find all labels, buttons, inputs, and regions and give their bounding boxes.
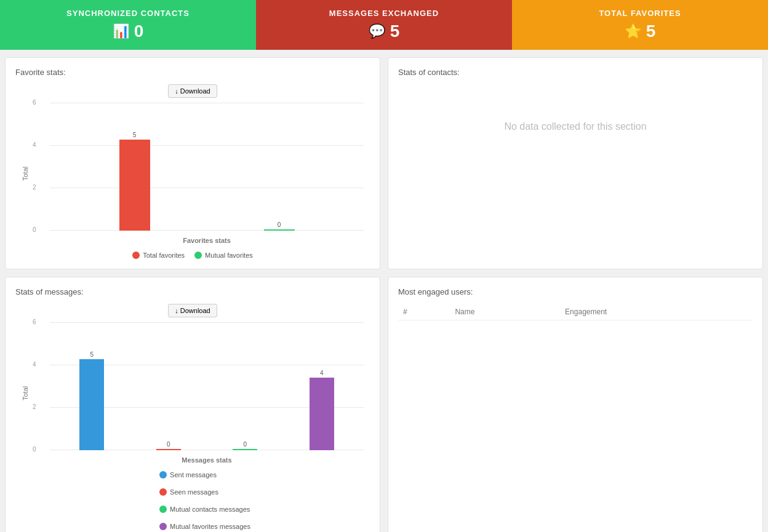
legend-dot-total-favorites bbox=[132, 252, 140, 259]
messages-x-axis-label: Messages stats bbox=[50, 456, 364, 464]
top-bar: SYNCHRONIZED CONTACTS 📊 0 MESSAGES EXCHA… bbox=[0, 0, 768, 50]
mutual-favorites-bar bbox=[264, 229, 295, 231]
stats-of-messages-panel: Stats of messages: ↓ Download Total 6 4 … bbox=[5, 277, 380, 532]
mutual-contacts-messages-bar bbox=[233, 449, 257, 450]
favorite-x-axis-label: Favorites stats bbox=[50, 237, 364, 244]
favorite-stats-title: Favorite stats: bbox=[15, 68, 370, 77]
mutual-favorites-bar-item: 0 bbox=[264, 221, 295, 231]
mutual-favorites-messages-group: 4 bbox=[286, 370, 358, 450]
messages-bars-container: 5 0 0 bbox=[50, 322, 364, 450]
legend-mutual-favorites: Mutual favorites bbox=[194, 252, 253, 259]
messages-exchanged-card: MESSAGES EXCHANGED 💬 5 bbox=[256, 0, 512, 50]
legend-dot-mutual-contacts bbox=[159, 506, 167, 513]
mutual-favorites-messages-bar-item: 4 bbox=[310, 370, 334, 450]
most-engaged-users-title: Most engaged users: bbox=[398, 287, 753, 296]
total-favorites-title: TOTAL FAVORITES bbox=[518, 9, 762, 18]
favorite-stats-y-label: Total bbox=[22, 103, 29, 244]
favorite-bar-group-2: 0 bbox=[213, 221, 345, 231]
mutual-contacts-messages-group: 0 bbox=[209, 441, 281, 450]
favorite-stats-chart-area: ↓ Download Total 6 4 2 0 5 bbox=[15, 84, 370, 259]
legend-total-favorites: Total favorites bbox=[132, 252, 185, 259]
total-favorites-value: ⭐ 5 bbox=[518, 22, 762, 41]
mutual-contacts-messages-bar-item: 0 bbox=[233, 441, 257, 450]
stats-of-messages-title: Stats of messages: bbox=[15, 287, 370, 296]
legend-sent-messages: Sent messages bbox=[159, 471, 217, 478]
engaged-users-thead: # Name Engagement bbox=[398, 304, 753, 320]
favorite-stats-panel: Favorite stats: ↓ Download Total 6 4 2 0 bbox=[5, 57, 380, 269]
total-favorites-bar bbox=[119, 140, 150, 231]
engaged-users-header-row: # Name Engagement bbox=[398, 304, 753, 320]
messages-exchanged-title: MESSAGES EXCHANGED bbox=[262, 9, 506, 18]
favorite-bar-group-1: 5 bbox=[68, 132, 201, 231]
most-engaged-users-panel: Most engaged users: # Name Engagement bbox=[388, 277, 763, 532]
col-engagement: Engagement bbox=[560, 304, 753, 320]
chat-icon: 💬 bbox=[369, 23, 385, 39]
messages-y-label: Total bbox=[22, 322, 29, 464]
legend-dot-mutual-favorites bbox=[194, 252, 202, 259]
legend-dot-seen bbox=[159, 488, 167, 496]
favorite-bars-container: 5 0 bbox=[50, 103, 364, 231]
mutual-favorites-messages-bar bbox=[310, 378, 334, 450]
stats-of-messages-download-btn[interactable]: ↓ Download bbox=[168, 304, 217, 317]
star-icon: ⭐ bbox=[625, 23, 641, 39]
legend-seen-messages: Seen messages bbox=[159, 488, 218, 496]
messages-legend: Sent messages Seen messages Mutual conta… bbox=[135, 471, 250, 530]
sent-messages-bar bbox=[79, 359, 104, 450]
seen-messages-group: 0 bbox=[133, 441, 205, 450]
legend-dot-sent bbox=[159, 471, 167, 478]
stats-of-messages-chart-area: ↓ Download Total 6 4 2 0 5 bbox=[15, 304, 370, 530]
messages-chart-inner: 6 4 2 0 5 bbox=[31, 322, 364, 464]
stats-of-contacts-no-data: No data collected for this section bbox=[398, 84, 753, 169]
stats-of-messages-chart: Total 6 4 2 0 5 bbox=[15, 322, 370, 464]
sent-messages-group: 5 bbox=[56, 351, 128, 450]
bar-chart-icon: 📊 bbox=[113, 23, 129, 39]
stats-of-contacts-panel: Stats of contacts: No data collected for… bbox=[388, 57, 763, 269]
legend-dot-mutual-fav-msg bbox=[159, 523, 167, 530]
favorite-stats-legend: Total favorites Mutual favorites bbox=[132, 252, 253, 259]
total-favorites-card: TOTAL FAVORITES ⭐ 5 bbox=[512, 0, 768, 50]
seen-messages-bar bbox=[156, 449, 181, 450]
messages-exchanged-value: 💬 5 bbox=[262, 22, 506, 41]
col-number: # bbox=[398, 304, 450, 320]
favorite-stats-chart-inner: 6 4 2 0 5 bbox=[31, 103, 364, 244]
stats-of-contacts-title: Stats of contacts: bbox=[398, 68, 753, 77]
main-grid: Favorite stats: ↓ Download Total 6 4 2 0 bbox=[0, 57, 768, 532]
sent-messages-bar-item: 5 bbox=[79, 351, 104, 450]
seen-messages-bar-item: 0 bbox=[156, 441, 181, 450]
favorite-stats-download-btn[interactable]: ↓ Download bbox=[168, 84, 217, 98]
col-name: Name bbox=[450, 304, 560, 320]
synced-contacts-title: SYNCHRONIZED CONTACTS bbox=[6, 9, 250, 18]
total-favorites-bar-item: 5 bbox=[119, 132, 150, 231]
synchronized-contacts-card: SYNCHRONIZED CONTACTS 📊 0 bbox=[0, 0, 256, 50]
legend-mutual-contacts-messages: Mutual contacts messages bbox=[159, 506, 250, 513]
legend-mutual-favorites-messages: Mutual favorites messages bbox=[159, 523, 250, 530]
synced-contacts-value: 📊 0 bbox=[6, 22, 250, 41]
engaged-users-table: # Name Engagement bbox=[398, 304, 753, 320]
favorite-stats-chart: Total 6 4 2 0 5 bbox=[15, 103, 370, 244]
